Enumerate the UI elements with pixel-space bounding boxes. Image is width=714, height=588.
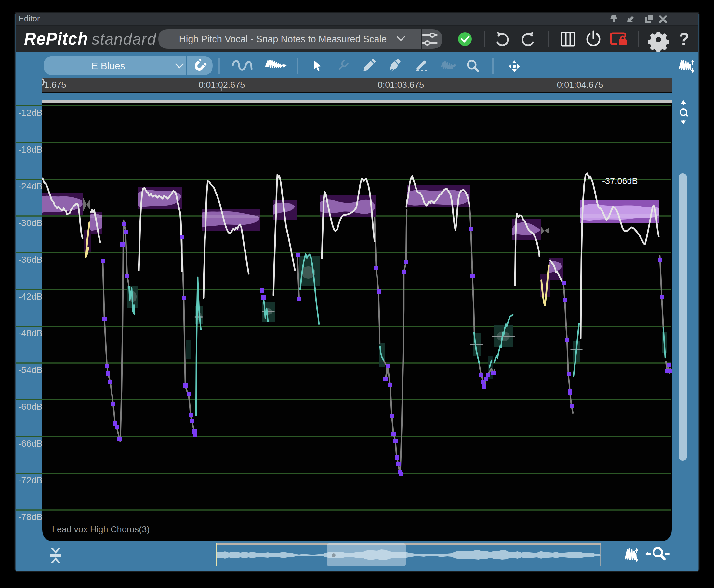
svg-text:RePitch: RePitch	[24, 29, 88, 48]
svg-text:-72dB: -72dB	[18, 475, 43, 485]
svg-text:1.675: 1.675	[44, 80, 66, 90]
svg-text:-30dB: -30dB	[18, 218, 43, 228]
svg-text:-36dB: -36dB	[18, 255, 43, 265]
svg-text:-37.06dB: -37.06dB	[602, 176, 638, 186]
svg-text:-60dB: -60dB	[18, 402, 43, 412]
svg-text:-54dB: -54dB	[18, 365, 43, 375]
svg-text:-18dB: -18dB	[18, 144, 43, 154]
svg-text:-66dB: -66dB	[18, 438, 43, 448]
svg-text:-78dB: -78dB	[18, 512, 43, 522]
svg-text:-48dB: -48dB	[18, 328, 43, 338]
svg-text:-24dB: -24dB	[18, 181, 43, 191]
svg-text:Editor: Editor	[19, 14, 40, 23]
svg-text:-12dB: -12dB	[18, 108, 43, 118]
svg-text:standard: standard	[92, 30, 156, 48]
svg-text:Lead vox High Chorus(3): Lead vox High Chorus(3)	[52, 525, 150, 534]
svg-text:E Blues: E Blues	[91, 61, 125, 71]
svg-text:?: ?	[679, 29, 689, 48]
svg-text:High Pitch Vocal - Snap Notes: High Pitch Vocal - Snap Notes to Measure…	[179, 34, 387, 44]
svg-text:-42dB: -42dB	[18, 291, 43, 301]
